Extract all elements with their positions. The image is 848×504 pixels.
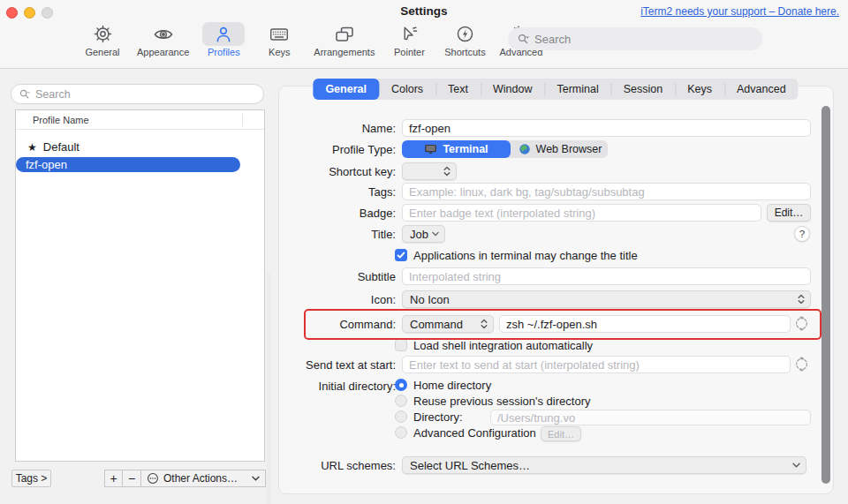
profile-row-default[interactable]: ★ Default	[27, 140, 80, 154]
toolbar-label: Profiles	[208, 47, 240, 57]
profile-type-segmented-control: Terminal Web Browser	[402, 140, 608, 158]
profile-search-field[interactable]: Search	[11, 84, 264, 104]
tags-label: Tags:	[276, 185, 396, 199]
tags-button[interactable]: Tags >	[11, 470, 51, 487]
toolbar-item-pointer[interactable]: Pointer	[388, 22, 430, 57]
advanced-configuration-edit-button[interactable]: Edit…	[541, 426, 581, 441]
initial-directory-label: Initial directory:	[276, 380, 396, 393]
web-browser-segment-label: Web Browser	[536, 143, 602, 155]
tab-terminal[interactable]: Terminal	[544, 79, 610, 100]
search-icon	[19, 88, 31, 101]
interpolation-cycle-icon[interactable]	[794, 316, 809, 331]
terminal-segment-label: Terminal	[443, 143, 488, 155]
donate-link[interactable]: iTerm2 needs your support – Donate here.	[640, 5, 839, 18]
remove-profile-button[interactable]: −	[123, 470, 141, 487]
send-text-input[interactable]	[402, 356, 791, 373]
ellipsis-circle-icon	[147, 472, 159, 485]
title-help-button[interactable]: ?	[794, 226, 810, 242]
tab-window[interactable]: Window	[481, 79, 544, 100]
name-label: Name:	[276, 122, 396, 135]
tab-colors[interactable]: Colors	[379, 79, 435, 100]
subtitle-input[interactable]	[402, 267, 811, 285]
shell-integration-checkbox-label: Load shell integration automatically	[413, 339, 593, 352]
other-actions-label: Other Actions…	[163, 472, 238, 485]
command-mode-popup[interactable]: Command	[402, 315, 494, 333]
tab-advanced[interactable]: Advanced	[724, 79, 799, 100]
toolbar-search-field[interactable]: Search	[508, 27, 762, 50]
reuse-directory-radio[interactable]	[395, 395, 407, 407]
badge-input[interactable]	[402, 204, 761, 222]
home-directory-radio[interactable]	[395, 379, 407, 391]
send-text-label: Send text at start:	[276, 358, 396, 372]
advanced-configuration-radio[interactable]	[395, 426, 407, 439]
command-mode-value: Command	[410, 318, 463, 331]
badge-label: Badge:	[276, 207, 396, 220]
url-schemes-pulldown[interactable]: Select URL Schemes…	[402, 456, 806, 474]
profile-list-header[interactable]: Profile Name	[16, 110, 264, 130]
gear-icon	[81, 22, 124, 46]
profile-row-fzf-open[interactable]: fzf-open	[16, 157, 240, 172]
other-actions-button[interactable]: Other Actions…	[141, 470, 266, 487]
keyboard-icon	[258, 22, 300, 46]
toolbar-label: Arrangements	[314, 47, 375, 57]
chevron-down-icon	[432, 231, 439, 237]
profile-type-label: Profile Type:	[276, 143, 396, 156]
name-input[interactable]	[402, 119, 811, 137]
icon-popup[interactable]: No Icon	[402, 290, 811, 308]
toolbar-label: Pointer	[394, 47, 425, 57]
command-label: Command:	[276, 318, 396, 331]
directory-radio[interactable]	[395, 410, 407, 423]
up-down-chevrons-icon	[481, 319, 488, 329]
toolbar-item-general[interactable]: General	[81, 22, 124, 57]
person-icon	[202, 22, 245, 46]
toolbar-item-keys[interactable]: Keys	[258, 22, 300, 57]
add-profile-button[interactable]: +	[104, 470, 123, 487]
search-icon	[517, 33, 530, 46]
shortcut-key-popup[interactable]	[402, 162, 457, 180]
toolbar-item-arrangements[interactable]: Arrangements	[314, 22, 375, 57]
terminal-icon	[424, 144, 437, 155]
profile-type-terminal-segment[interactable]: Terminal	[402, 140, 511, 158]
reuse-directory-radio-label: Reuse previous session's directory	[413, 395, 590, 408]
toolbar-item-profiles[interactable]: Profiles	[202, 22, 245, 57]
url-schemes-label: URL schemes:	[276, 459, 396, 472]
windows-icon	[323, 22, 366, 46]
tab-session[interactable]: Session	[611, 79, 675, 100]
tab-text[interactable]: Text	[435, 79, 481, 100]
subtitle-label: Subtitle	[276, 270, 396, 283]
toolbar-label: General	[85, 47, 119, 57]
command-input[interactable]	[499, 315, 791, 333]
title-popup[interactable]: Job	[402, 225, 445, 243]
icon-popup-value: No Icon	[410, 293, 450, 306]
tab-general[interactable]: General	[313, 79, 379, 100]
default-star-icon: ★	[27, 141, 37, 154]
interpolation-cycle-icon[interactable]	[794, 357, 809, 372]
title-change-checkbox-label: Applications in terminal may change the …	[413, 249, 638, 262]
toolbar-item-appearance[interactable]: Appearance	[137, 22, 189, 57]
tab-keys[interactable]: Keys	[675, 79, 724, 100]
profile-name-label: fzf-open	[26, 158, 67, 171]
profile-actions-group: + − Other Actions…	[104, 470, 266, 487]
chevron-down-icon	[792, 463, 800, 468]
title-change-checkbox[interactable]	[395, 249, 407, 261]
toolbar-label: Keys	[269, 47, 290, 57]
title-label: Title:	[276, 228, 396, 241]
directory-input[interactable]	[490, 410, 811, 425]
chevron-down-icon	[252, 476, 260, 481]
profile-search-placeholder: Search	[35, 88, 71, 101]
shell-integration-checkbox[interactable]	[395, 339, 407, 351]
panel-scrollbar[interactable]	[822, 106, 830, 484]
profile-list-scrollbar[interactable]	[266, 273, 271, 504]
column-divider[interactable]	[242, 114, 243, 126]
toolbar-label: Appearance	[137, 47, 189, 57]
tags-input[interactable]	[402, 183, 811, 200]
titlebar: Settings iTerm2 needs your support – Don…	[0, 0, 848, 69]
shortcut-key-label: Shortcut key:	[276, 165, 396, 178]
up-down-chevrons-icon	[443, 166, 450, 177]
profile-type-web-browser-segment[interactable]: Web Browser	[512, 140, 608, 158]
title-popup-value: Job	[410, 228, 428, 241]
toolbar-label: Shortcuts	[444, 47, 485, 57]
url-schemes-value: Select URL Schemes…	[410, 459, 530, 472]
badge-edit-button[interactable]: Edit…	[767, 204, 811, 222]
toolbar-item-shortcuts[interactable]: Shortcuts	[443, 22, 486, 57]
